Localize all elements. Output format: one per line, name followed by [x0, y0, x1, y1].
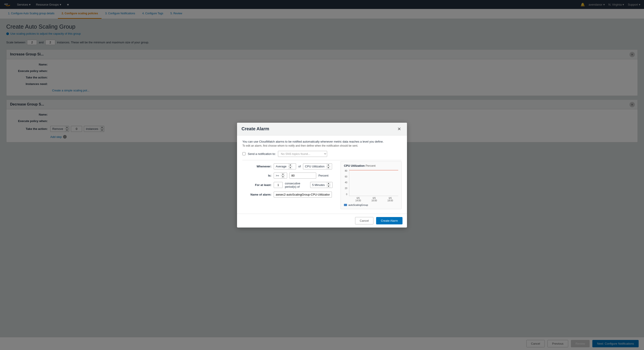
modal-body: You can use CloudWatch alarms to be noti… — [237, 135, 407, 151]
modal-header: Create Alarm ✕ — [237, 123, 407, 135]
modal-subdescription: To edit an alarm, first choose whom to n… — [242, 144, 402, 147]
modal-close-button[interactable]: ✕ — [396, 126, 402, 132]
create-alarm-modal: Create Alarm ✕ You can use CloudWatch al… — [237, 123, 407, 151]
modal-title: Create Alarm — [242, 126, 269, 131]
modal-description: You can use CloudWatch alarms to be noti… — [242, 140, 402, 143]
modal-overlay: Create Alarm ✕ You can use CloudWatch al… — [0, 0, 644, 150]
